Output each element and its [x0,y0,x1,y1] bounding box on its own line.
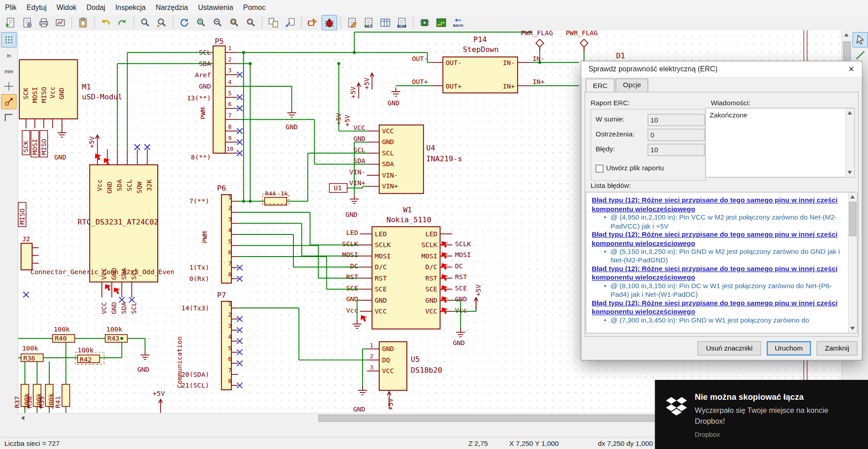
erc-error-list: Błąd typu (12): Różne sieci przypisane d… [586,192,849,333]
erc-button[interactable] [321,15,337,30]
scroll-up-icon[interactable] [842,30,851,39]
symbol-editor-button[interactable] [305,15,321,30]
create-report-checkbox[interactable] [596,165,604,173]
units-mm-button[interactable]: mm [1,63,16,79]
select-tool-button[interactable] [852,32,868,47]
menu-item-ustawienia[interactable]: Ustawienia [193,0,238,15]
errors-value[interactable]: 10 [648,144,705,156]
delete-markers-button[interactable]: Usuń znaczniki [698,341,761,355]
zoom-out-button[interactable] [210,15,225,30]
erc-dialog: Sprawdź poprawność elektryczną (ERC) ✕ E… [581,61,863,360]
toast-message: Wyczerpało się Twoje miejsce na koncie D… [695,405,833,426]
svg-text:BACK: BACK [453,23,463,28]
menu-item-widok[interactable]: Widok [52,0,81,15]
redo-button[interactable] [114,15,130,30]
dropbox-toast[interactable]: Nie można skopiować łącza Wyczerpało się… [655,380,868,449]
hierarchy-navigator-button[interactable] [266,15,281,30]
leave-sheet-button[interactable] [282,15,297,30]
cursor-shape-button[interactable] [1,79,16,94]
units-inches-button[interactable]: in [1,47,16,63]
zoom-fit-button[interactable] [226,15,242,30]
new-schematic-button[interactable] [3,15,18,30]
close-button[interactable]: Zamknij [816,341,857,355]
pcbnew-button[interactable] [434,15,449,30]
report-label: Raport ERC: [591,99,630,107]
total-label: W sumie: [596,116,625,123]
toast-source: Dropbox [695,431,720,439]
find-replace-button[interactable] [154,15,169,30]
paste-button[interactable] [75,15,91,30]
eeschema-window: PlikEdytujWidokDodajInspekcjaNarzędziaUs… [0,0,868,449]
netlist-button[interactable]: NET [361,15,376,30]
messages-box[interactable]: Zakończone [705,108,855,178]
main-toolbar: NETBOMBACK [0,15,868,31]
zoom-in-button[interactable] [193,15,208,30]
warnings-value[interactable]: 0 [648,129,705,141]
close-icon[interactable]: ✕ [846,64,857,75]
hv-wires-button[interactable] [1,109,16,125]
menu-item-inspekcja[interactable]: Inspekcja [110,0,151,15]
back-import-button[interactable]: BACK [450,15,466,30]
toolbar-separator [71,17,72,29]
bom-button[interactable]: BOM [394,15,410,30]
error-scroll-thumb[interactable] [849,202,856,236]
tab-erc[interactable]: ERC [586,79,615,92]
zoom-area-button[interactable] [243,15,259,30]
erc-error-detail[interactable]: @ (4,950 in,2,100 in): Pin VCC w M2 jest… [592,214,846,231]
messages-text: Zakończone [710,111,747,119]
tab-opcje[interactable]: Opcje [616,79,648,92]
total-value[interactable]: 10 [648,114,705,126]
run-button[interactable]: Uruchom [766,341,811,355]
svg-text:mm: mm [5,68,13,74]
find-button[interactable] [137,15,153,30]
erc-error-title[interactable]: Błąd typu (12): Różne sieci przypisane d… [592,265,846,282]
menu-item-pomoc[interactable]: Pomoc [238,0,271,15]
erc-dialog-buttons: Usuń znacznikiUruchomZamknij [698,341,857,355]
plot-button[interactable] [52,15,68,30]
menu-item-narzędzia[interactable]: Narzędzia [151,0,193,15]
erc-dialog-title: Sprawdź poprawność elektryczną (ERC) [581,61,862,77]
create-report-label: Utwórz plik raportu [606,164,664,172]
report-group: W sumie: 10 Ostrzeżenia: 0 Błędy: 10 Utw… [591,109,706,181]
erc-error-title[interactable]: Błąd typu (12): Różne sieci przypisane d… [592,230,846,248]
status-zoom: Z 2,75 [468,440,488,447]
erc-error-detail[interactable]: @ (8,100 in,3,150 in): Pin DC w W1 jest … [592,282,846,299]
scroll-left-icon[interactable] [18,414,27,423]
erc-error-title[interactable]: Błąd typu (12): Różne sieci przypisane d… [592,196,846,214]
svg-text:BOM: BOM [397,24,406,28]
annotate-button[interactable] [344,15,360,30]
page-settings-button[interactable] [19,15,35,30]
messages-scrollbar[interactable] [845,108,854,177]
toolbar-separator [94,17,94,29]
menu-item-edytuj[interactable]: Edytuj [22,0,52,15]
erc-error-detail[interactable]: @ (7,300 in,3,450 in): Pin GND w W1 jest… [592,316,846,325]
toolbar-separator [133,17,134,29]
assign-footprints-button[interactable] [417,15,432,30]
erc-error-detail[interactable]: @ (5,150 in,3,250 in): Pin GND w M2 jest… [592,248,846,265]
undo-button[interactable] [98,15,113,30]
erc-error-listbox[interactable]: Błąd typu (12): Różne sieci przypisane d… [586,192,858,333]
edit-fields-button[interactable] [377,15,393,30]
menu-bar: PlikEdytujWidokDodajInspekcjaNarzędziaUs… [0,0,868,15]
redraw-view-button[interactable] [177,15,192,30]
warnings-label: Ostrzeżenia: [596,131,635,138]
status-cursor-position: X 7,250 Y 1,000 [509,440,559,447]
print-button[interactable] [36,15,52,30]
toolbar-separator [262,17,262,29]
svg-text:in: in [7,52,11,58]
toolbar-separator [340,17,341,29]
left-toolbar: inmm [0,30,18,415]
toolbar-separator [301,17,302,29]
svg-text:NET: NET [364,24,373,28]
error-list-label: Lista błędów: [591,182,631,190]
errors-label: Błędy: [596,145,615,153]
menu-item-dodaj[interactable]: Dodaj [81,0,110,15]
error-list-scrollbar[interactable] [848,192,857,333]
dropbox-icon [666,395,687,418]
grid-toggle-button[interactable] [1,32,16,47]
status-net-count: Liczba sieci = 727 [5,440,60,447]
menu-item-plik[interactable]: Plik [0,0,22,15]
toolbar-separator [173,17,173,29]
erc-error-title[interactable]: Błąd typu (12): Różne sieci przypisane d… [592,299,846,316]
hidden-pins-button[interactable] [1,94,16,109]
